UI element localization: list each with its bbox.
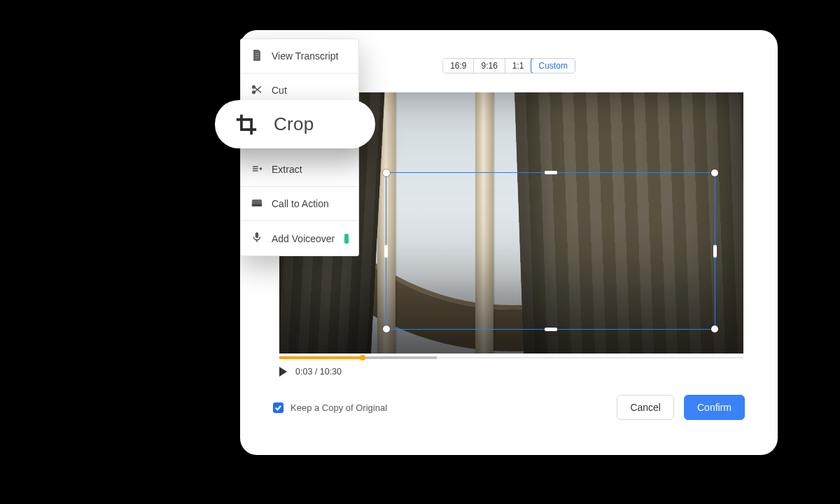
new-badge-icon xyxy=(344,234,349,244)
play-icon[interactable] xyxy=(279,367,287,377)
crop-handle-bl[interactable] xyxy=(383,326,390,332)
aspect-9-16[interactable]: 9:16 xyxy=(474,59,505,73)
aspect-1-1[interactable]: 1:1 xyxy=(505,59,532,73)
crop-handle-tl[interactable] xyxy=(383,169,390,176)
confirm-button[interactable]: Confirm xyxy=(684,395,745,420)
menu-label: Call to Action xyxy=(272,198,349,209)
checkbox-checked-icon xyxy=(273,402,284,413)
aspect-ratio-group: 16:9 9:16 1:1 Custom xyxy=(442,58,575,74)
dialog-footer: Keep a Copy of Original Cancel Confirm xyxy=(273,395,745,420)
mic-icon xyxy=(251,231,263,246)
cta-icon xyxy=(251,197,263,211)
cancel-button[interactable]: Cancel xyxy=(617,395,674,420)
crop-rectangle[interactable] xyxy=(386,172,715,330)
timeline-thumb[interactable] xyxy=(360,355,365,360)
keep-copy-checkbox[interactable]: Keep a Copy of Original xyxy=(273,402,387,413)
menu-item-crop[interactable]: Crop xyxy=(215,100,375,148)
svg-rect-7 xyxy=(255,232,258,238)
timeline[interactable] xyxy=(279,356,743,360)
keep-copy-label: Keep a Copy of Original xyxy=(290,402,387,413)
menu-item-transcript[interactable]: View Transcript xyxy=(241,39,358,74)
extract-icon xyxy=(251,162,263,177)
svg-rect-6 xyxy=(252,204,262,206)
svg-rect-2 xyxy=(255,57,259,58)
aspect-16-9[interactable]: 16:9 xyxy=(443,59,474,73)
menu-label: Cut xyxy=(272,85,349,96)
svg-rect-1 xyxy=(255,55,260,56)
scissors-icon xyxy=(251,83,263,98)
crop-edge-left[interactable] xyxy=(384,245,388,258)
document-icon xyxy=(251,49,263,64)
aspect-custom[interactable]: Custom xyxy=(531,58,575,74)
crop-label: Crop xyxy=(274,113,314,135)
menu-item-voiceover[interactable]: Add Voiceover xyxy=(241,221,358,255)
crop-edge-top[interactable] xyxy=(545,171,557,174)
crop-handle-tr[interactable] xyxy=(711,169,718,176)
menu-label: Add Voiceover xyxy=(272,233,336,244)
crop-edge-bottom[interactable] xyxy=(545,328,557,331)
crop-edge-right[interactable] xyxy=(713,245,717,258)
crop-handle-br[interactable] xyxy=(711,326,718,332)
menu-label: View Transcript xyxy=(272,50,349,62)
playback-row: 0:03 / 10:30 xyxy=(279,367,342,377)
menu-label: Extract xyxy=(272,164,349,175)
menu-item-cta[interactable]: Call to Action xyxy=(241,187,358,221)
crop-icon xyxy=(234,113,258,136)
menu-item-extract[interactable]: Extract xyxy=(241,153,358,187)
time-display: 0:03 / 10:30 xyxy=(295,367,342,377)
svg-rect-0 xyxy=(255,53,260,54)
